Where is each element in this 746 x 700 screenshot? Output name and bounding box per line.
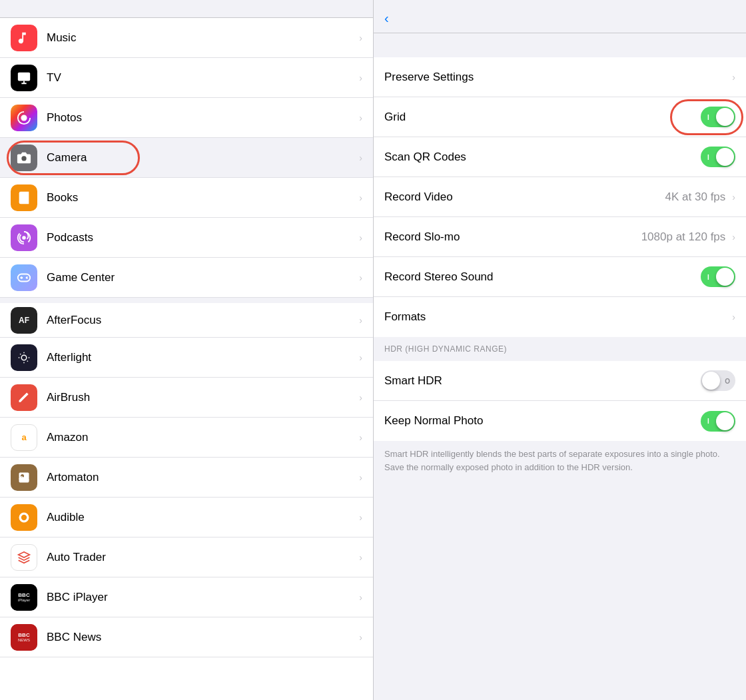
svg-rect-4 xyxy=(18,274,30,281)
right-header: ‹ xyxy=(374,0,746,33)
autotrader-icon xyxy=(11,544,37,571)
svg-line-8 xyxy=(20,354,21,354)
smart-hdr-label: Smart HDR xyxy=(384,374,701,388)
camera-label: Camera xyxy=(47,151,356,165)
cam-item-grid[interactable]: GridI xyxy=(374,97,746,137)
sidebar-item-autotrader[interactable]: Auto Trader› xyxy=(0,537,373,577)
cam-item-formats[interactable]: Formats› xyxy=(374,297,746,337)
sidebar-item-amazon[interactable]: aAmazon› xyxy=(0,418,373,458)
autotrader-label: Auto Trader xyxy=(47,551,356,564)
cam-item-record-slo-mo[interactable]: Record Slo-mo1080p at 120 fps› xyxy=(374,217,746,257)
record-video-value: 4K at 30 fps xyxy=(665,190,726,204)
sidebar-item-afterlight[interactable]: Afterlight› xyxy=(0,338,373,378)
record-stereo-sound-toggle-label: I xyxy=(707,273,709,280)
record-stereo-sound-toggle-knob xyxy=(716,268,734,286)
left-panel-header xyxy=(0,0,373,18)
tv-icon xyxy=(11,65,37,91)
camera-main-group: Preserve Settings›GridIScan QR CodesIRec… xyxy=(374,57,746,337)
afterlight-label: Afterlight xyxy=(47,351,356,364)
sidebar-item-camera[interactable]: Camera› xyxy=(0,138,373,178)
grid-toggle-label: I xyxy=(707,113,709,121)
airbrush-label: AirBrush xyxy=(47,391,356,404)
music-label: Music xyxy=(47,31,356,45)
record-video-label: Record Video xyxy=(384,190,665,204)
sidebar-item-afterfocus[interactable]: AFAfterFocus› xyxy=(0,298,373,338)
smart-hdr-toggle-label: O xyxy=(725,377,730,384)
record-slo-mo-label: Record Slo-mo xyxy=(384,230,641,244)
svg-point-5 xyxy=(21,355,27,360)
settings-list: Music›TV›Photos›Camera›Books›Podcasts›Ga… xyxy=(0,18,373,700)
bbcnews-icon: BBCNEWS xyxy=(11,624,37,651)
sidebar-item-audible[interactable]: Audible› xyxy=(0,498,373,537)
keep-normal-photo-toggle-knob xyxy=(716,412,734,430)
afterfocus-label: AfterFocus xyxy=(47,314,356,327)
cam-item-record-video[interactable]: Record Video4K at 30 fps› xyxy=(374,177,746,217)
grid-toggle[interactable]: I xyxy=(701,107,735,127)
cam-item-preserve-settings[interactable]: Preserve Settings› xyxy=(374,57,746,97)
audible-icon xyxy=(11,504,37,531)
airbrush-chevron-icon: › xyxy=(359,392,362,403)
svg-point-3 xyxy=(22,236,26,240)
music-icon xyxy=(11,25,37,51)
camera-settings-list: Preserve Settings›GridIScan QR CodesIRec… xyxy=(374,33,746,700)
bbciplayer-label: BBC iPlayer xyxy=(47,591,356,604)
afterfocus-icon: AF xyxy=(11,307,37,334)
record-stereo-sound-toggle[interactable]: I xyxy=(701,266,735,287)
podcasts-chevron-icon: › xyxy=(359,232,362,243)
hdr-section-label: HDR (HIGH DYNAMIC RANGE) xyxy=(384,344,507,354)
smart-hdr-toggle-knob xyxy=(702,372,720,390)
bbciplayer-chevron-icon: › xyxy=(359,592,362,603)
afterfocus-chevron-icon: › xyxy=(359,315,362,326)
sidebar-item-tv[interactable]: TV› xyxy=(0,58,373,98)
cam-item-record-stereo-sound[interactable]: Record Stereo SoundI xyxy=(374,257,746,297)
photos-chevron-icon: › xyxy=(359,113,362,123)
svg-rect-0 xyxy=(18,72,30,81)
grid-toggle-knob xyxy=(716,108,734,126)
books-icon xyxy=(11,184,37,211)
cam-item-scan-qr-codes[interactable]: Scan QR CodesI xyxy=(374,137,746,177)
artomaton-chevron-icon: › xyxy=(359,472,362,483)
left-panel: Music›TV›Photos›Camera›Books›Podcasts›Ga… xyxy=(0,0,373,700)
bbcnews-label: BBC News xyxy=(47,631,356,644)
formats-chevron-icon: › xyxy=(732,312,735,322)
gamecenter-icon xyxy=(11,264,37,291)
sidebar-item-bbciplayer[interactable]: BBCiPlayerBBC iPlayer› xyxy=(0,577,373,617)
right-panel: ‹ Preserve Settings›GridIScan QR CodesIR… xyxy=(373,0,746,700)
amazon-label: Amazon xyxy=(47,431,356,444)
photos-icon xyxy=(11,105,37,131)
scan-qr-codes-label: Scan QR Codes xyxy=(384,151,701,164)
airbrush-icon xyxy=(11,384,37,411)
keep-normal-photo-toggle-label: I xyxy=(707,418,709,425)
sidebar-item-artomaton[interactable]: Artomaton› xyxy=(0,458,373,498)
hdr-group: Smart HDROKeep Normal PhotoI xyxy=(374,361,746,441)
sidebar-item-music[interactable]: Music› xyxy=(0,18,373,58)
books-label: Books xyxy=(47,191,356,204)
hdr-section-separator: HDR (HIGH DYNAMIC RANGE) xyxy=(374,337,746,361)
bbcnews-chevron-icon: › xyxy=(359,632,362,643)
scan-qr-codes-toggle[interactable]: I xyxy=(701,147,735,167)
scan-qr-codes-toggle-knob xyxy=(716,148,734,166)
sidebar-item-airbrush[interactable]: AirBrush› xyxy=(0,378,373,418)
music-chevron-icon: › xyxy=(359,33,362,43)
keep-normal-photo-label: Keep Normal Photo xyxy=(384,414,701,428)
svg-point-2 xyxy=(21,156,26,161)
back-button[interactable]: ‹ xyxy=(384,11,390,26)
smart-hdr-toggle[interactable]: O xyxy=(701,370,735,391)
record-video-chevron-icon: › xyxy=(732,192,735,202)
sidebar-item-books[interactable]: Books› xyxy=(0,178,373,218)
sidebar-item-podcasts[interactable]: Podcasts› xyxy=(0,218,373,258)
tv-label: TV xyxy=(47,71,356,85)
record-slo-mo-chevron-icon: › xyxy=(732,232,735,242)
audible-chevron-icon: › xyxy=(359,512,362,523)
scan-qr-codes-toggle-label: I xyxy=(707,153,709,161)
cam-item-keep-normal-photo[interactable]: Keep Normal PhotoI xyxy=(374,401,746,441)
cam-item-smart-hdr[interactable]: Smart HDRO xyxy=(374,361,746,401)
artomaton-icon xyxy=(11,464,37,491)
photos-label: Photos xyxy=(47,111,356,125)
record-slo-mo-value: 1080p at 120 fps xyxy=(641,230,726,244)
sidebar-item-photos[interactable]: Photos› xyxy=(0,98,373,138)
sidebar-item-bbcnews[interactable]: BBCNEWSBBC News› xyxy=(0,617,373,657)
keep-normal-photo-toggle[interactable]: I xyxy=(701,411,735,432)
preserve-settings-chevron-icon: › xyxy=(732,72,735,83)
sidebar-item-gamecenter[interactable]: Game Center› xyxy=(0,258,373,298)
